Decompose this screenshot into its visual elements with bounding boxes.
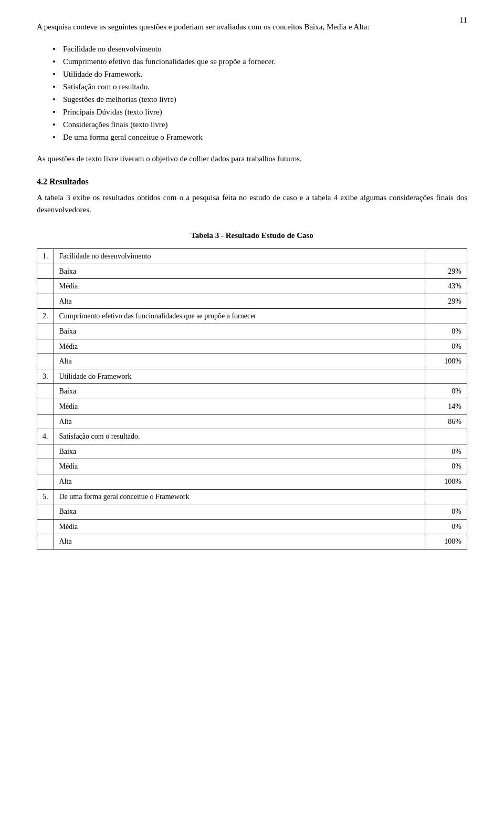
row-number: 5. — [37, 489, 54, 504]
row-value — [425, 309, 467, 324]
table-row: 1. Facilidade no desenvolvimento — [37, 249, 467, 264]
table-row: Alta 100% — [37, 474, 467, 489]
page-number: 11 — [460, 16, 467, 25]
sub-label: Baixa — [54, 264, 425, 279]
section-heading: 4.2 Resultados — [37, 177, 467, 186]
sub-label: Baixa — [54, 444, 425, 459]
sub-value: 0% — [425, 519, 467, 534]
sub-value: 86% — [425, 414, 467, 429]
sub-value: 29% — [425, 264, 467, 279]
row-value — [425, 249, 467, 264]
sub-label: Média — [54, 399, 425, 414]
sub-value: 43% — [425, 279, 467, 294]
sub-label: Alta — [54, 414, 425, 429]
bullet-item: Satisfação com o resultado. — [52, 80, 467, 93]
table-row: Baixa 0% — [37, 384, 467, 399]
sub-value: 0% — [425, 384, 467, 399]
row-label: De uma forma geral conceitue o Framework — [54, 489, 425, 504]
sub-label: Baixa — [54, 324, 425, 339]
table-row: Média 0% — [37, 339, 467, 354]
table-row: 2. Cumprimento efetivo das funcionalidad… — [37, 309, 467, 324]
table-row: Alta 86% — [37, 414, 467, 429]
table-row: 5. De uma forma geral conceitue o Framew… — [37, 489, 467, 504]
sub-value: 100% — [425, 474, 467, 489]
bullet-item: Sugestões de melhorias (texto livre) — [52, 93, 467, 106]
sub-label: Baixa — [54, 384, 425, 399]
sub-value: 0% — [425, 324, 467, 339]
sub-label: Média — [54, 279, 425, 294]
row-value — [425, 369, 467, 384]
results-table: 1. Facilidade no desenvolvimento Baixa 2… — [37, 248, 467, 549]
table-row: Média 14% — [37, 399, 467, 414]
bullet-item: Considerações finais (texto livre) — [52, 118, 467, 131]
bullet-item: De uma forma geral conceitue o Framework — [52, 131, 467, 143]
bullet-item: Cumprimento efetivo das funcionalidades … — [52, 55, 467, 68]
sub-label: Baixa — [54, 504, 425, 520]
section-body: A tabela 3 exibe os resultados obtidos c… — [37, 192, 467, 215]
table-row: Alta 100% — [37, 534, 467, 549]
sub-label: Alta — [54, 354, 425, 369]
table-row: Baixa 0% — [37, 324, 467, 339]
sub-label: Média — [54, 519, 425, 534]
table-title: Tabela 3 - Resultado Estudo de Caso — [37, 231, 467, 240]
bullet-item: Principais Dúvidas (texto livre) — [52, 106, 467, 118]
sub-value: 29% — [425, 294, 467, 309]
bullet-item: Facilidade no desenvolvimento — [52, 43, 467, 55]
sub-label: Alta — [54, 474, 425, 489]
table-row: 4. Satisfação com o resultado. — [37, 429, 467, 444]
row-value — [425, 489, 467, 504]
table-row: Média 0% — [37, 519, 467, 534]
sub-value: 100% — [425, 354, 467, 369]
row-label: Utilidade do Framework — [54, 369, 425, 384]
free-text-note: As questões de texto livre tiveram o obj… — [37, 153, 467, 165]
table-row: Média 0% — [37, 459, 467, 474]
sub-value: 100% — [425, 534, 467, 549]
row-label: Facilidade no desenvolvimento — [54, 249, 425, 264]
table-row: 3. Utilidade do Framework — [37, 369, 467, 384]
intro-paragraph: A pesquisa conteve as seguintes questões… — [37, 21, 467, 33]
sub-label: Alta — [54, 294, 425, 309]
sub-value: 14% — [425, 399, 467, 414]
table-row: Alta 100% — [37, 354, 467, 369]
table-row: Baixa 0% — [37, 444, 467, 459]
row-value — [425, 429, 467, 444]
bullet-item: Utilidade do Framework. — [52, 68, 467, 80]
sub-label: Média — [54, 339, 425, 354]
sub-value: 0% — [425, 339, 467, 354]
row-number: 1. — [37, 249, 54, 264]
row-number: 4. — [37, 429, 54, 444]
sub-label: Alta — [54, 534, 425, 549]
bullet-list: Facilidade no desenvolvimento Cumpriment… — [52, 43, 467, 143]
table-row: Baixa 29% — [37, 264, 467, 279]
row-number: 3. — [37, 369, 54, 384]
row-number: 2. — [37, 309, 54, 324]
table-row: Média 43% — [37, 279, 467, 294]
row-label: Cumprimento efetivo das funcionalidades … — [54, 309, 425, 324]
sub-label: Média — [54, 459, 425, 474]
row-label: Satisfação com o resultado. — [54, 429, 425, 444]
table-row: Baixa 0% — [37, 504, 467, 520]
sub-value: 0% — [425, 504, 467, 520]
sub-value: 0% — [425, 459, 467, 474]
sub-value: 0% — [425, 444, 467, 459]
table-row: Alta 29% — [37, 294, 467, 309]
